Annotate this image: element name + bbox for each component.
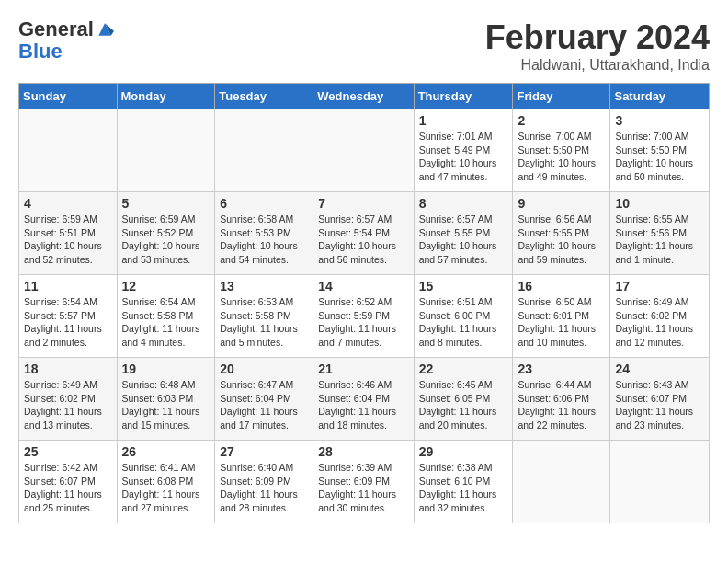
header-friday: Friday [513,84,610,109]
day-number: 29 [419,444,508,459]
calendar-cell: 16Sunrise: 6:50 AMSunset: 6:01 PMDayligh… [513,275,610,358]
day-number: 20 [220,362,308,376]
day-number: 23 [518,362,605,376]
day-detail: Sunrise: 6:55 AMSunset: 5:56 PMDaylight:… [615,213,704,267]
calendar-cell: 19Sunrise: 6:48 AMSunset: 6:03 PMDayligh… [117,358,215,441]
day-number: 10 [615,196,704,211]
day-number: 8 [419,196,508,211]
day-detail: Sunrise: 6:53 AMSunset: 5:58 PMDaylight:… [220,295,308,350]
calendar-cell: 6Sunrise: 6:58 AMSunset: 5:53 PMDaylight… [215,192,313,275]
day-number: 5 [122,196,210,211]
day-number: 18 [24,362,112,376]
calendar-cell: 25Sunrise: 6:42 AMSunset: 6:07 PMDayligh… [19,441,118,523]
calendar-cell: 7Sunrise: 6:57 AMSunset: 5:54 PMDaylight… [313,192,414,275]
day-detail: Sunrise: 6:46 AMSunset: 6:04 PMDaylight:… [318,378,408,432]
day-detail: Sunrise: 6:59 AMSunset: 5:51 PMDaylight:… [24,213,112,267]
day-detail: Sunrise: 6:51 AMSunset: 6:00 PMDaylight:… [419,295,508,350]
calendar-cell: 29Sunrise: 6:38 AMSunset: 6:10 PMDayligh… [414,441,513,523]
day-detail: Sunrise: 6:39 AMSunset: 6:09 PMDaylight:… [318,461,408,515]
day-detail: Sunrise: 6:49 AMSunset: 6:02 PMDaylight:… [615,295,704,350]
header-sunday: Sunday [19,84,118,109]
calendar-week-5: 25Sunrise: 6:42 AMSunset: 6:07 PMDayligh… [19,441,710,523]
day-number: 15 [419,279,508,293]
calendar-cell: 12Sunrise: 6:54 AMSunset: 5:58 PMDayligh… [117,275,215,358]
day-detail: Sunrise: 6:38 AMSunset: 6:10 PMDaylight:… [419,461,508,515]
calendar-cell: 18Sunrise: 6:49 AMSunset: 6:02 PMDayligh… [19,358,118,441]
calendar-cell: 21Sunrise: 6:46 AMSunset: 6:04 PMDayligh… [313,358,414,441]
calendar-cell: 3Sunrise: 7:00 AMSunset: 5:50 PMDaylight… [610,109,710,192]
calendar-header-row: SundayMondayTuesdayWednesdayThursdayFrid… [19,84,710,109]
calendar-week-4: 18Sunrise: 6:49 AMSunset: 6:02 PMDayligh… [19,358,710,441]
day-detail: Sunrise: 6:58 AMSunset: 5:53 PMDaylight:… [220,213,308,267]
day-number: 21 [318,362,408,376]
day-number: 11 [24,279,112,293]
day-detail: Sunrise: 6:50 AMSunset: 6:01 PMDaylight:… [518,295,605,350]
day-number: 4 [24,196,112,211]
header-monday: Monday [117,84,215,109]
calendar-cell: 20Sunrise: 6:47 AMSunset: 6:04 PMDayligh… [215,358,313,441]
calendar-cell: 5Sunrise: 6:59 AMSunset: 5:52 PMDaylight… [117,192,215,275]
calendar-cell: 10Sunrise: 6:55 AMSunset: 5:56 PMDayligh… [610,192,710,275]
title-block: February 2024 Haldwani, Uttarakhand, Ind… [485,18,710,74]
day-number: 22 [419,362,508,376]
day-number: 12 [122,279,210,293]
day-number: 7 [318,196,408,211]
day-number: 17 [615,279,704,293]
day-number: 25 [24,444,112,459]
calendar-cell: 27Sunrise: 6:40 AMSunset: 6:09 PMDayligh… [215,441,313,523]
calendar-cell [513,441,610,523]
header-tuesday: Tuesday [215,84,313,109]
calendar-cell [215,109,313,192]
calendar-table: SundayMondayTuesdayWednesdayThursdayFrid… [18,83,710,523]
day-number: 3 [615,113,704,128]
calendar-cell [610,441,710,523]
logo-icon [96,20,114,39]
day-number: 27 [220,444,308,459]
day-detail: Sunrise: 6:41 AMSunset: 6:08 PMDaylight:… [122,461,210,515]
day-number: 13 [220,279,308,293]
calendar-cell: 8Sunrise: 6:57 AMSunset: 5:55 PMDaylight… [414,192,513,275]
day-number: 16 [518,279,605,293]
day-detail: Sunrise: 7:00 AMSunset: 5:50 PMDaylight:… [518,130,605,184]
day-number: 2 [518,113,605,128]
logo: General Blue [18,18,118,63]
day-detail: Sunrise: 6:44 AMSunset: 6:06 PMDaylight:… [518,378,605,432]
calendar-cell: 17Sunrise: 6:49 AMSunset: 6:02 PMDayligh… [610,275,710,358]
calendar-week-3: 11Sunrise: 6:54 AMSunset: 5:57 PMDayligh… [19,275,710,358]
calendar-cell: 1Sunrise: 7:01 AMSunset: 5:49 PMDaylight… [414,109,513,192]
day-detail: Sunrise: 6:40 AMSunset: 6:09 PMDaylight:… [220,461,308,515]
day-number: 19 [122,362,210,376]
logo-blue-text: Blue [18,40,118,63]
calendar-cell [313,109,414,192]
calendar-cell: 23Sunrise: 6:44 AMSunset: 6:06 PMDayligh… [513,358,610,441]
day-detail: Sunrise: 6:59 AMSunset: 5:52 PMDaylight:… [122,213,210,267]
day-number: 9 [518,196,605,211]
calendar-cell: 15Sunrise: 6:51 AMSunset: 6:00 PMDayligh… [414,275,513,358]
day-detail: Sunrise: 6:42 AMSunset: 6:07 PMDaylight:… [24,461,112,515]
calendar-week-1: 1Sunrise: 7:01 AMSunset: 5:49 PMDaylight… [19,109,710,192]
day-number: 14 [318,279,408,293]
header-thursday: Thursday [414,84,513,109]
calendar-cell: 4Sunrise: 6:59 AMSunset: 5:51 PMDaylight… [19,192,118,275]
calendar-cell: 24Sunrise: 6:43 AMSunset: 6:07 PMDayligh… [610,358,710,441]
day-detail: Sunrise: 6:47 AMSunset: 6:04 PMDaylight:… [220,378,308,432]
calendar-cell: 9Sunrise: 6:56 AMSunset: 5:55 PMDaylight… [513,192,610,275]
calendar-cell: 13Sunrise: 6:53 AMSunset: 5:58 PMDayligh… [215,275,313,358]
day-number: 1 [419,113,508,128]
header-saturday: Saturday [610,84,710,109]
day-detail: Sunrise: 6:56 AMSunset: 5:55 PMDaylight:… [518,213,605,267]
calendar-cell: 11Sunrise: 6:54 AMSunset: 5:57 PMDayligh… [19,275,118,358]
calendar-cell: 14Sunrise: 6:52 AMSunset: 5:59 PMDayligh… [313,275,414,358]
day-number: 6 [220,196,308,211]
header-wednesday: Wednesday [313,84,414,109]
day-detail: Sunrise: 6:57 AMSunset: 5:54 PMDaylight:… [318,213,408,267]
calendar-cell: 28Sunrise: 6:39 AMSunset: 6:09 PMDayligh… [313,441,414,523]
day-number: 28 [318,444,408,459]
calendar-cell: 26Sunrise: 6:41 AMSunset: 6:08 PMDayligh… [117,441,215,523]
logo-text: General [18,18,94,40]
day-number: 24 [615,362,704,376]
day-detail: Sunrise: 6:49 AMSunset: 6:02 PMDaylight:… [24,378,112,432]
day-detail: Sunrise: 6:54 AMSunset: 5:58 PMDaylight:… [122,295,210,350]
day-number: 26 [122,444,210,459]
page-header: General Blue February 2024 Haldwani, Utt… [18,18,710,74]
